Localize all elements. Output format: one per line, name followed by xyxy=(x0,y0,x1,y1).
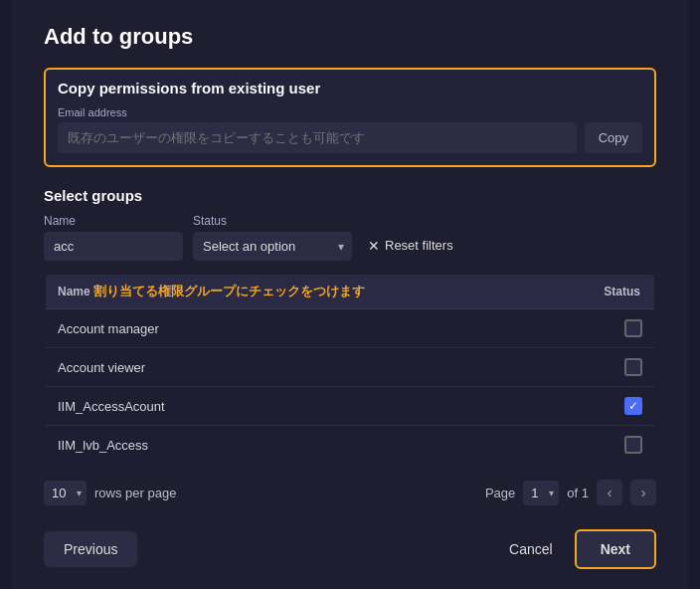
pagination-row: 10 25 50 rows per page Page 1 of 1 ‹ › xyxy=(44,480,656,505)
footer-row: Previous Cancel Next xyxy=(44,529,656,569)
page-label: Page xyxy=(485,486,515,500)
next-button[interactable]: Next xyxy=(575,529,656,569)
status-select-wrapper: Select an option xyxy=(193,232,352,261)
table-row: Account manager xyxy=(45,309,655,348)
filter-row: Name Status Select an option ✕ Reset fil… xyxy=(44,214,656,261)
table-row: Account viewer xyxy=(45,348,655,387)
table-row: IIM_AccessAcount✓ xyxy=(45,387,655,426)
group-checkbox[interactable] xyxy=(624,436,642,454)
reset-filters-label: Reset filters xyxy=(385,238,453,253)
copy-row: Copy xyxy=(58,122,642,153)
name-filter-label: Name xyxy=(44,214,183,228)
reset-filters-button[interactable]: ✕ Reset filters xyxy=(362,231,459,261)
rows-per-page-label: rows per page xyxy=(94,486,176,500)
group-checkbox-cell xyxy=(592,426,655,466)
previous-button[interactable]: Previous xyxy=(44,531,137,567)
col-status-header: Status xyxy=(592,274,655,309)
group-name-cell: Account viewer xyxy=(45,348,592,387)
table-annotation: 割り当てる権限グループにチェックをつけます xyxy=(93,284,365,298)
group-checkbox-cell xyxy=(592,309,655,348)
group-name-cell: IIM_lvb_Access xyxy=(45,426,592,466)
status-filter-col: Status Select an option xyxy=(193,214,352,261)
col-name-header: Name 割り当てる権限グループにチェックをつけます xyxy=(45,274,592,309)
email-field-label: Email address xyxy=(58,106,642,118)
select-groups-title: Select groups xyxy=(44,187,656,204)
rows-per-page-select[interactable]: 10 25 50 xyxy=(44,481,87,505)
group-checkbox[interactable] xyxy=(624,358,642,376)
prev-page-button[interactable]: ‹ xyxy=(597,480,622,505)
name-filter-col: Name xyxy=(44,214,183,261)
group-checkbox[interactable] xyxy=(624,319,642,337)
copy-permissions-section: Copy permissions from existing user Emai… xyxy=(44,68,656,167)
add-to-groups-modal: Add to groups Copy permissions from exis… xyxy=(12,0,688,589)
group-name-cell: IIM_AccessAcount xyxy=(45,387,592,426)
groups-table: Name 割り当てる権限グループにチェックをつけます Status Accoun… xyxy=(44,273,656,466)
copy-button[interactable]: Copy xyxy=(585,122,642,153)
select-groups-section: Select groups Name Status Select an opti… xyxy=(44,187,656,505)
group-checkbox[interactable]: ✓ xyxy=(624,397,642,415)
group-checkbox-cell xyxy=(592,348,655,387)
next-page-button[interactable]: › xyxy=(630,480,656,505)
table-row: IIM_lvb_Access xyxy=(45,426,655,466)
copy-permissions-title: Copy permissions from existing user xyxy=(58,80,642,97)
email-input[interactable] xyxy=(58,122,577,153)
group-checkbox-cell: ✓ xyxy=(592,387,655,426)
cancel-button[interactable]: Cancel xyxy=(501,531,561,567)
modal-title: Add to groups xyxy=(44,24,656,50)
footer-right: Cancel Next xyxy=(501,529,656,569)
name-filter-input[interactable] xyxy=(44,232,183,261)
status-select[interactable]: Select an option xyxy=(193,232,352,261)
x-icon: ✕ xyxy=(368,238,380,254)
rows-per-page-wrapper: 10 25 50 xyxy=(44,481,87,505)
page-select-wrapper: 1 xyxy=(523,481,559,505)
page-select[interactable]: 1 xyxy=(523,481,559,505)
group-name-cell: Account manager xyxy=(45,309,592,348)
status-filter-label: Status xyxy=(193,214,352,228)
of-total-label: of 1 xyxy=(567,486,589,500)
